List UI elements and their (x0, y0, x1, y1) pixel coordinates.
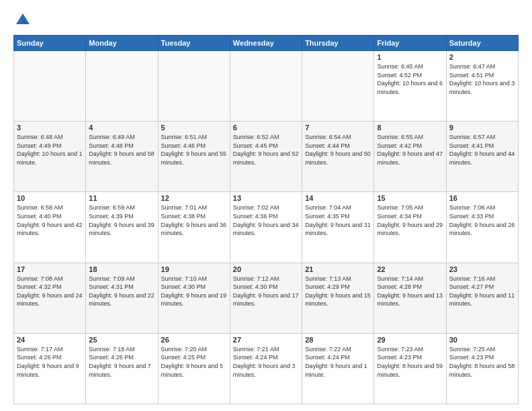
day-info: Sunrise: 6:58 AM Sunset: 4:40 PM Dayligh… (17, 203, 83, 237)
calendar-cell: 19Sunrise: 7:10 AM Sunset: 4:30 PM Dayli… (158, 263, 230, 333)
day-info: Sunrise: 7:22 AM Sunset: 4:24 PM Dayligh… (305, 345, 371, 379)
calendar-cell: 18Sunrise: 7:09 AM Sunset: 4:31 PM Dayli… (86, 263, 158, 333)
day-number: 13 (233, 194, 299, 202)
day-number: 23 (449, 265, 515, 273)
calendar-cell: 8Sunrise: 6:55 AM Sunset: 4:42 PM Daylig… (374, 122, 446, 192)
calendar-cell (14, 51, 86, 122)
weekday-header-friday: Friday (374, 36, 446, 51)
day-info: Sunrise: 7:12 AM Sunset: 4:30 PM Dayligh… (233, 275, 299, 308)
day-number: 1 (377, 53, 443, 61)
day-info: Sunrise: 6:47 AM Sunset: 4:51 PM Dayligh… (449, 62, 515, 96)
day-info: Sunrise: 7:20 AM Sunset: 4:25 PM Dayligh… (161, 345, 227, 379)
day-number: 10 (17, 194, 83, 202)
day-number: 8 (377, 124, 443, 132)
day-info: Sunrise: 6:45 AM Sunset: 4:52 PM Dayligh… (377, 62, 443, 96)
calendar-cell: 10Sunrise: 6:58 AM Sunset: 4:40 PM Dayli… (14, 192, 86, 263)
calendar-cell: 16Sunrise: 7:06 AM Sunset: 4:33 PM Dayli… (446, 192, 518, 263)
day-number: 16 (449, 194, 515, 202)
day-number: 3 (17, 124, 83, 132)
weekday-header-thursday: Thursday (302, 36, 374, 51)
day-info: Sunrise: 7:16 AM Sunset: 4:27 PM Dayligh… (449, 275, 515, 308)
weekday-header-monday: Monday (86, 36, 158, 51)
day-number: 14 (305, 194, 371, 202)
logo-icon (13, 11, 32, 30)
calendar-cell: 12Sunrise: 7:01 AM Sunset: 4:38 PM Dayli… (158, 192, 230, 263)
day-number: 26 (161, 336, 227, 344)
calendar-cell (230, 51, 302, 122)
day-number: 15 (377, 194, 443, 202)
day-number: 11 (89, 194, 154, 202)
day-number: 17 (17, 265, 83, 273)
day-info: Sunrise: 6:51 AM Sunset: 4:46 PM Dayligh… (161, 133, 227, 167)
day-info: Sunrise: 7:06 AM Sunset: 4:33 PM Dayligh… (449, 203, 515, 237)
day-info: Sunrise: 6:48 AM Sunset: 4:49 PM Dayligh… (17, 133, 83, 167)
day-number: 22 (377, 265, 443, 273)
calendar-cell: 30Sunrise: 7:25 AM Sunset: 4:23 PM Dayli… (446, 333, 518, 404)
calendar-row-0: 1Sunrise: 6:45 AM Sunset: 4:52 PM Daylig… (14, 51, 519, 122)
calendar-cell (302, 51, 374, 122)
calendar-cell: 23Sunrise: 7:16 AM Sunset: 4:27 PM Dayli… (446, 263, 518, 333)
day-number: 2 (449, 53, 515, 61)
day-info: Sunrise: 7:05 AM Sunset: 4:34 PM Dayligh… (377, 203, 443, 237)
calendar-row-4: 24Sunrise: 7:17 AM Sunset: 4:26 PM Dayli… (14, 333, 519, 404)
calendar-cell: 29Sunrise: 7:23 AM Sunset: 4:23 PM Dayli… (374, 333, 446, 404)
calendar-cell (158, 51, 230, 122)
header (13, 11, 519, 30)
day-info: Sunrise: 7:17 AM Sunset: 4:26 PM Dayligh… (17, 345, 83, 379)
weekday-header-saturday: Saturday (446, 36, 518, 51)
day-number: 21 (305, 265, 371, 273)
calendar-cell (86, 51, 158, 122)
calendar-cell: 7Sunrise: 6:54 AM Sunset: 4:44 PM Daylig… (302, 122, 374, 192)
calendar-row-3: 17Sunrise: 7:08 AM Sunset: 4:32 PM Dayli… (14, 263, 519, 333)
calendar-cell: 20Sunrise: 7:12 AM Sunset: 4:30 PM Dayli… (230, 263, 302, 333)
calendar-cell: 9Sunrise: 6:57 AM Sunset: 4:41 PM Daylig… (446, 122, 518, 192)
calendar-cell: 15Sunrise: 7:05 AM Sunset: 4:34 PM Dayli… (374, 192, 446, 263)
calendar-cell: 17Sunrise: 7:08 AM Sunset: 4:32 PM Dayli… (14, 263, 86, 333)
day-info: Sunrise: 7:23 AM Sunset: 4:23 PM Dayligh… (377, 345, 443, 379)
day-info: Sunrise: 6:49 AM Sunset: 4:48 PM Dayligh… (89, 133, 154, 167)
calendar-row-1: 3Sunrise: 6:48 AM Sunset: 4:49 PM Daylig… (14, 122, 519, 192)
calendar-cell: 3Sunrise: 6:48 AM Sunset: 4:49 PM Daylig… (14, 122, 86, 192)
day-info: Sunrise: 7:09 AM Sunset: 4:31 PM Dayligh… (89, 275, 154, 308)
calendar-cell: 25Sunrise: 7:18 AM Sunset: 4:26 PM Dayli… (86, 333, 158, 404)
day-info: Sunrise: 6:59 AM Sunset: 4:39 PM Dayligh… (89, 203, 154, 237)
day-number: 12 (161, 194, 227, 202)
page: SundayMondayTuesdayWednesdayThursdayFrid… (0, 0, 532, 411)
day-info: Sunrise: 7:14 AM Sunset: 4:28 PM Dayligh… (377, 275, 443, 308)
calendar-cell: 2Sunrise: 6:47 AM Sunset: 4:51 PM Daylig… (446, 51, 518, 122)
day-number: 20 (233, 265, 299, 273)
day-number: 24 (17, 336, 83, 344)
calendar-cell: 11Sunrise: 6:59 AM Sunset: 4:39 PM Dayli… (86, 192, 158, 263)
calendar-table: SundayMondayTuesdayWednesdayThursdayFrid… (13, 35, 519, 404)
day-info: Sunrise: 7:02 AM Sunset: 4:36 PM Dayligh… (233, 203, 299, 237)
calendar-cell: 4Sunrise: 6:49 AM Sunset: 4:48 PM Daylig… (86, 122, 158, 192)
day-info: Sunrise: 7:10 AM Sunset: 4:30 PM Dayligh… (161, 275, 227, 308)
calendar-cell: 28Sunrise: 7:22 AM Sunset: 4:24 PM Dayli… (302, 333, 374, 404)
day-info: Sunrise: 7:04 AM Sunset: 4:35 PM Dayligh… (305, 203, 371, 237)
day-info: Sunrise: 7:21 AM Sunset: 4:24 PM Dayligh… (233, 345, 299, 379)
logo (13, 11, 35, 30)
calendar-cell: 13Sunrise: 7:02 AM Sunset: 4:36 PM Dayli… (230, 192, 302, 263)
day-info: Sunrise: 7:18 AM Sunset: 4:26 PM Dayligh… (89, 345, 154, 379)
day-info: Sunrise: 6:52 AM Sunset: 4:45 PM Dayligh… (233, 133, 299, 167)
day-info: Sunrise: 7:08 AM Sunset: 4:32 PM Dayligh… (17, 275, 83, 308)
day-number: 29 (377, 336, 443, 344)
calendar-cell: 6Sunrise: 6:52 AM Sunset: 4:45 PM Daylig… (230, 122, 302, 192)
calendar-cell: 5Sunrise: 6:51 AM Sunset: 4:46 PM Daylig… (158, 122, 230, 192)
day-number: 7 (305, 124, 371, 132)
calendar-row-2: 10Sunrise: 6:58 AM Sunset: 4:40 PM Dayli… (14, 192, 519, 263)
weekday-header-tuesday: Tuesday (158, 36, 230, 51)
day-info: Sunrise: 7:01 AM Sunset: 4:38 PM Dayligh… (161, 203, 227, 237)
calendar-cell: 24Sunrise: 7:17 AM Sunset: 4:26 PM Dayli… (14, 333, 86, 404)
weekday-header-sunday: Sunday (14, 36, 86, 51)
calendar-cell: 1Sunrise: 6:45 AM Sunset: 4:52 PM Daylig… (374, 51, 446, 122)
day-number: 4 (89, 124, 154, 132)
day-number: 30 (449, 336, 515, 344)
day-number: 28 (305, 336, 371, 344)
calendar-cell: 14Sunrise: 7:04 AM Sunset: 4:35 PM Dayli… (302, 192, 374, 263)
day-info: Sunrise: 7:25 AM Sunset: 4:23 PM Dayligh… (449, 345, 515, 379)
weekday-header-row: SundayMondayTuesdayWednesdayThursdayFrid… (14, 36, 519, 51)
day-info: Sunrise: 6:54 AM Sunset: 4:44 PM Dayligh… (305, 133, 371, 167)
day-info: Sunrise: 6:57 AM Sunset: 4:41 PM Dayligh… (449, 133, 515, 167)
day-number: 25 (89, 336, 154, 344)
